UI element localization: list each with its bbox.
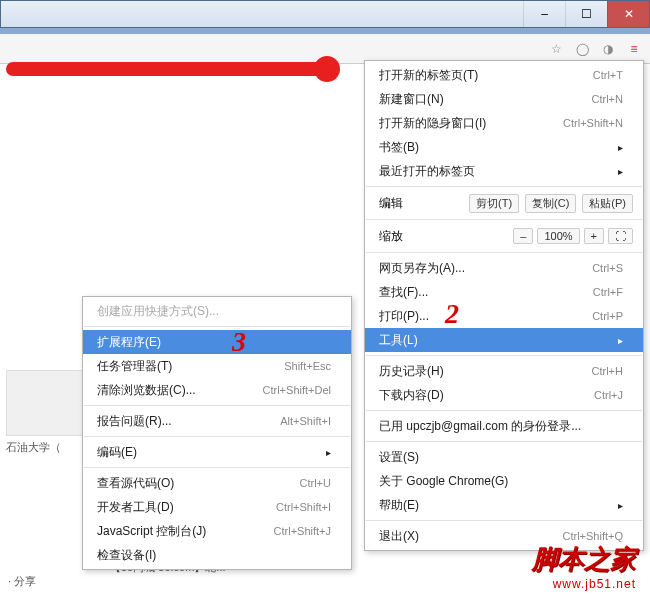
menu-item[interactable]: 编码(E)▸ — [83, 440, 351, 464]
chevron-right-icon: ▸ — [326, 447, 331, 458]
menu-zoom-row: 缩放–100%+⛶ — [365, 223, 643, 249]
close-button[interactable]: ✕ — [607, 1, 649, 27]
fullscreen-button[interactable]: ⛶ — [608, 228, 633, 244]
edit-button[interactable]: 剪切(T) — [469, 194, 519, 213]
menu-icon[interactable]: ≡ — [624, 39, 644, 59]
menu-item[interactable]: 查看源代码(O)Ctrl+U — [83, 471, 351, 495]
maximize-button[interactable]: ☐ — [565, 1, 607, 27]
edit-button[interactable]: 复制(C) — [525, 194, 576, 213]
menu-item[interactable]: 打开新的标签页(T)Ctrl+T — [365, 63, 643, 87]
profile-icon[interactable]: ◯ — [572, 39, 592, 59]
menu-item: 创建应用快捷方式(S)... — [83, 299, 351, 323]
zoom-value: 100% — [537, 228, 579, 244]
edit-button[interactable]: 粘贴(P) — [582, 194, 633, 213]
menu-item[interactable]: 下载内容(D)Ctrl+J — [365, 383, 643, 407]
menu-item[interactable]: 已用 upczjb@gmail.com 的身份登录... — [365, 414, 643, 438]
menu-item[interactable]: 报告问题(R)...Alt+Shift+I — [83, 409, 351, 433]
chevron-right-icon: ▸ — [618, 166, 623, 177]
zoom-out-button[interactable]: – — [513, 228, 533, 244]
menu-item[interactable]: 关于 Google Chrome(G) — [365, 469, 643, 493]
menu-item[interactable]: 查找(F)...Ctrl+F — [365, 280, 643, 304]
menu-item[interactable]: 任务管理器(T)Shift+Esc — [83, 354, 351, 378]
menu-item[interactable]: 网页另存为(A)...Ctrl+S — [365, 256, 643, 280]
menu-item[interactable]: 清除浏览数据(C)...Ctrl+Shift+Del — [83, 378, 351, 402]
annotation-2: 2 — [445, 298, 459, 330]
menu-item[interactable]: 设置(S) — [365, 445, 643, 469]
menu-edit-row: 编辑剪切(T)复制(C)粘贴(P) — [365, 190, 643, 216]
menu-item[interactable]: 历史记录(H)Ctrl+H — [365, 359, 643, 383]
menu-item[interactable]: 检查设备(I) — [83, 543, 351, 567]
menu-item[interactable]: 新建窗口(N)Ctrl+N — [365, 87, 643, 111]
minimize-button[interactable]: – — [523, 1, 565, 27]
window-titlebar: – ☐ ✕ — [0, 0, 650, 28]
chevron-right-icon: ▸ — [618, 335, 623, 346]
star-icon[interactable]: ☆ — [546, 39, 566, 59]
menu-item[interactable]: 开发者工具(D)Ctrl+Shift+I — [83, 495, 351, 519]
annotation-3: 3 — [232, 326, 246, 358]
share-label: · 分享 — [8, 574, 36, 589]
extension-icon[interactable]: ◑ — [598, 39, 618, 59]
menu-item[interactable]: 扩展程序(E) — [83, 330, 351, 354]
menu-item[interactable]: 最近打开的标签页▸ — [365, 159, 643, 183]
menu-item[interactable]: 打开新的隐身窗口(I)Ctrl+Shift+N — [365, 111, 643, 135]
chevron-right-icon: ▸ — [618, 500, 623, 511]
menu-item[interactable]: 书签(B)▸ — [365, 135, 643, 159]
tools-submenu: 创建应用快捷方式(S)...扩展程序(E)任务管理器(T)Shift+Esc清除… — [82, 296, 352, 570]
menu-item[interactable]: 打印(P)...Ctrl+P — [365, 304, 643, 328]
menu-item[interactable]: 帮助(E)▸ — [365, 493, 643, 517]
menu-item[interactable]: JavaScript 控制台(J)Ctrl+Shift+J — [83, 519, 351, 543]
watermark: 脚本之家 www.jb51.net — [532, 542, 636, 591]
menu-item[interactable]: 工具(L)▸ — [365, 328, 643, 352]
chevron-right-icon: ▸ — [618, 142, 623, 153]
redaction-mark — [6, 62, 328, 76]
zoom-in-button[interactable]: + — [584, 228, 604, 244]
chrome-main-menu: 打开新的标签页(T)Ctrl+T新建窗口(N)Ctrl+N打开新的隐身窗口(I)… — [364, 60, 644, 551]
